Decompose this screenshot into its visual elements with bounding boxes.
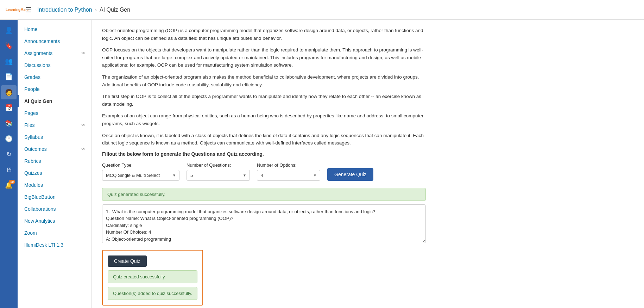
sidebar-item-zoom[interactable]: Zoom (18, 227, 91, 239)
sidebar-item-ai-quiz-gen[interactable]: AI Quiz Gen (18, 95, 91, 107)
sidebar-item-assignments[interactable]: Assignments👁 (18, 47, 91, 59)
num-options-select-wrapper: 2345 (257, 170, 320, 181)
description-paragraph-5: Once an object is known, it is labeled w… (102, 132, 426, 147)
generate-quiz-button[interactable]: Generate Quiz (327, 168, 373, 181)
rail-people[interactable]: 👥 (1, 54, 17, 68)
sidebar-item-announcements[interactable]: Announcements (18, 35, 91, 47)
description-paragraph-3: The first step in OOP is to collect all … (102, 93, 426, 108)
breadcrumb-current: AI Quiz Gen (100, 7, 130, 13)
sidebar-item-label: Modules (24, 182, 43, 188)
question-type-label: Question Type: (102, 162, 179, 168)
breadcrumb-separator: › (95, 7, 97, 13)
sidebar-item-rubrics[interactable]: Rubrics (18, 155, 91, 167)
question-type-select[interactable]: MCQ Single & Multi SelectTrue/FalseShort… (102, 170, 179, 181)
rail-doc[interactable]: 📄 (1, 70, 17, 84)
num-options-group: Number of Options: 2345 (257, 162, 320, 181)
sidebar-item-label: Assignments (24, 50, 52, 56)
sidebar-item-label: Home (24, 26, 37, 32)
rail-user[interactable]: 👤 (1, 23, 17, 37)
create-quiz-box: Create Quiz Quiz created successfully. Q… (102, 250, 203, 306)
sidebar-item-files[interactable]: Files👁 (18, 119, 91, 131)
rail-notification[interactable]: 🔔 10 (1, 178, 17, 192)
sidebar-item-label: AI Quiz Gen (24, 98, 52, 104)
sidebar-item-label: Files (24, 122, 35, 128)
rail-book[interactable]: 📚 (1, 116, 17, 130)
num-questions-select[interactable]: 12345678910 (187, 170, 250, 181)
num-options-select[interactable]: 2345 (257, 170, 320, 181)
rail-bookmark[interactable]: 🔖 (1, 39, 17, 53)
quiz-output-wrapper (102, 204, 426, 244)
sidebar-item-label: New Analytics (24, 218, 55, 224)
sidebar-item-modules[interactable]: Modules (18, 179, 91, 191)
sidebar-item-label: Outcomes (24, 146, 47, 152)
description-paragraph-0: Object-oriented programming (OOP) is a c… (102, 27, 426, 42)
rail-refresh[interactable]: ↻ (1, 147, 17, 161)
rail-clock[interactable]: 🕐 (1, 132, 17, 146)
sidebar-item-new-analytics[interactable]: New Analytics (18, 215, 91, 227)
sidebar-item-label: Discussions (24, 62, 51, 68)
question-type-group: Question Type: MCQ Single & Multi Select… (102, 162, 179, 181)
rail-monitor[interactable]: 🖥 (1, 163, 17, 177)
num-questions-select-wrapper: 12345678910 (187, 170, 250, 181)
sidebar-item-label: People (24, 86, 40, 92)
form-instruction: Fillout the below form to generate the Q… (102, 151, 426, 157)
sidebar-item-grades[interactable]: Grades (18, 71, 91, 83)
sidebar-item-syllabus[interactable]: Syllabus (18, 131, 91, 143)
sidebar-item-label: Quizzes (24, 170, 42, 176)
sidebar-item-home[interactable]: Home (18, 23, 91, 35)
sidebar-item-label: IllumiDesk LTI 1.3 (24, 242, 63, 248)
sidebar-item-outcomes[interactable]: Outcomes👁 (18, 143, 91, 155)
create-quiz-button[interactable]: Create Quiz (108, 255, 147, 267)
num-questions-label: Number of Questions: (187, 162, 250, 168)
num-options-label: Number of Options: (257, 162, 320, 168)
topbar: LearningMate ☰ Introduction to Python › … (0, 0, 644, 20)
sidebar-item-label: Pages (24, 110, 38, 116)
hamburger-button[interactable]: ☰ (25, 6, 32, 14)
main-layout: 👤 🔖 👥 📄 🧑 📅 📚 🕐 ↻ 🖥 🔔 10 HomeAnnouncemen… (0, 20, 644, 308)
success-banner-generated: Quiz generated successfully. (102, 188, 426, 201)
rail-calendar[interactable]: 📅 (1, 101, 17, 115)
sidebar-item-collaborations[interactable]: Collaborations (18, 203, 91, 215)
content-inner: Object-oriented programming (OOP) is a c… (91, 20, 436, 308)
breadcrumb: Introduction to Python › AI Quiz Gen (37, 7, 130, 13)
sidebar-item-discussions[interactable]: Discussions (18, 59, 91, 71)
sidebar-item-bigbluebutton[interactable]: BigBlueButton (18, 191, 91, 203)
description-paragraph-2: The organization of an object-oriented p… (102, 73, 426, 88)
rail-person[interactable]: 🧑 (1, 85, 17, 99)
sidebar-item-label: Announcements (24, 38, 60, 44)
description-block: Object-oriented programming (OOP) is a c… (102, 27, 426, 147)
sidebar-item-label: BigBlueButton (24, 194, 56, 200)
description-paragraph-4: Examples of an object can range from phy… (102, 112, 426, 127)
sidebar-item-label: Zoom (24, 230, 37, 236)
sidebar-item-pages[interactable]: Pages (18, 107, 91, 119)
sidebar-item-quizzes[interactable]: Quizzes (18, 167, 91, 179)
icon-rail: 👤 🔖 👥 📄 🧑 📅 📚 🕐 ↻ 🖥 🔔 10 (0, 20, 18, 308)
sidebar: HomeAnnouncementsAssignments👁Discussions… (18, 20, 91, 308)
sidebar-item-people[interactable]: People (18, 83, 91, 95)
content-area: Object-oriented programming (OOP) is a c… (91, 20, 644, 308)
eye-icon[interactable]: 👁 (81, 123, 86, 128)
success-banner-added: Question(s) added to quiz successfully. (108, 287, 197, 300)
quiz-output-textarea[interactable] (102, 204, 426, 243)
eye-icon[interactable]: 👁 (81, 147, 86, 152)
notification-badge: 10 (9, 180, 15, 184)
sidebar-item-label: Collaborations (24, 206, 56, 212)
breadcrumb-course[interactable]: Introduction to Python (37, 7, 92, 13)
quiz-form: Question Type: MCQ Single & Multi Select… (102, 162, 426, 181)
sidebar-item-label: Grades (24, 74, 40, 80)
description-paragraph-1: OOP focuses on the objects that develope… (102, 46, 426, 69)
sidebar-item-label: Syllabus (24, 134, 43, 140)
sidebar-item-illumidesk-lti-1.3[interactable]: IllumiDesk LTI 1.3 (18, 239, 91, 251)
eye-icon[interactable]: 👁 (81, 51, 86, 56)
sidebar-item-label: Rubrics (24, 158, 41, 164)
question-type-select-wrapper: MCQ Single & Multi SelectTrue/FalseShort… (102, 170, 179, 181)
logo: LearningMate (6, 8, 20, 12)
success-banner-created: Quiz created successfully. (108, 270, 197, 283)
num-questions-group: Number of Questions: 12345678910 (187, 162, 250, 181)
